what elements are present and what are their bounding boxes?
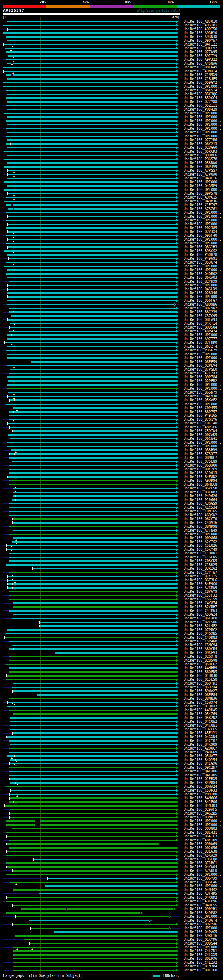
- alignment-bar[interactable]: [6, 143, 176, 145]
- alignment-bar[interactable]: [13, 538, 176, 539]
- hit-label[interactable]: UniRef100_Q2V3X4: [184, 230, 217, 234]
- hit-label[interactable]: UniRef100_A5DGZ4: [184, 612, 217, 616]
- alignment-bar[interactable]: [8, 55, 176, 57]
- alignment-bar[interactable]: [16, 916, 169, 918]
- hit-label[interactable]: UniRef100_A9PG15: [184, 196, 217, 199]
- hit-label[interactable]: UniRef100_Q4U6T4: [184, 918, 217, 922]
- alignment-bar[interactable]: [12, 828, 176, 829]
- hit-label[interactable]: UniRef100_C0NTG5: [184, 509, 217, 513]
- hit-label[interactable]: UniRef100_B4FI22: [184, 42, 217, 46]
- hit-label[interactable]: UniRef100_Q582N2: [184, 716, 217, 720]
- alignment-bar[interactable]: [6, 36, 176, 38]
- alignment-bar[interactable]: [10, 595, 176, 596]
- alignment-bar[interactable]: [6, 220, 176, 221]
- hit-label[interactable]: UniRef100_UPI000..: [184, 84, 221, 88]
- alignment-bar[interactable]: [10, 752, 176, 753]
- hit-label[interactable]: UniRef100_B4FVJ0: [184, 394, 217, 398]
- hit-label[interactable]: UniRef100_Q4FXU5: [184, 773, 217, 777]
- hit-label[interactable]: UniRef100_C5DIW4: [184, 429, 217, 433]
- alignment-bar[interactable]: [13, 530, 176, 531]
- alignment-bar[interactable]: [6, 90, 176, 91]
- hit-label[interactable]: UniRef100_C9SFQ8: [184, 857, 217, 861]
- hit-label[interactable]: UniRef100_B6HLC8: [184, 482, 217, 486]
- hit-label[interactable]: UniRef100_B4NJQ3: [184, 804, 217, 808]
- hit-label[interactable]: UniRef100_UPI000..: [184, 873, 221, 877]
- alignment-bar[interactable]: [9, 331, 176, 332]
- alignment-bar[interactable]: [10, 399, 176, 401]
- hit-label[interactable]: UniRef100_B0EPX6: [184, 957, 217, 961]
- alignment-bar[interactable]: [40, 622, 176, 623]
- hit-label[interactable]: UniRef100_UPI000..: [184, 218, 221, 222]
- hit-label[interactable]: UniRef100_B2YHX9: [184, 280, 217, 283]
- hit-label[interactable]: UniRef100_C0SCK5: [184, 559, 217, 563]
- hit-label[interactable]: UniRef100_UPI000..: [184, 211, 221, 215]
- alignment-bar[interactable]: [6, 75, 176, 76]
- hit-label[interactable]: UniRef100_A7SZ61: [184, 207, 217, 211]
- alignment-bar[interactable]: [9, 419, 176, 420]
- alignment-bar[interactable]: [10, 725, 176, 726]
- hit-label[interactable]: UniRef100_A8Y1U9: [184, 838, 217, 842]
- alignment-bar[interactable]: [4, 200, 176, 202]
- alignment-bar[interactable]: [10, 369, 176, 370]
- hit-label[interactable]: UniRef100_B4G2B5: [184, 811, 217, 815]
- alignment-bar[interactable]: [7, 629, 176, 631]
- alignment-bar[interactable]: [10, 526, 176, 527]
- alignment-bar[interactable]: [4, 266, 176, 267]
- hit-label[interactable]: UniRef100_Q28346: [184, 291, 217, 295]
- hit-label[interactable]: UniRef100_UPI000..: [184, 188, 221, 192]
- alignment-bar[interactable]: [10, 514, 176, 516]
- alignment-bar[interactable]: [13, 732, 176, 734]
- alignment-bar[interactable]: [10, 744, 176, 745]
- hit-label[interactable]: UniRef100_A8QCR4: [184, 647, 217, 651]
- hit-label[interactable]: UniRef100_UPI000..: [184, 819, 221, 823]
- alignment-bar[interactable]: [7, 155, 176, 156]
- alignment-bar[interactable]: [9, 771, 176, 772]
- hit-label[interactable]: UniRef100_UPI000..: [184, 915, 221, 918]
- hit-label[interactable]: UniRef100_Q1HQJ0: [184, 674, 217, 678]
- hit-label[interactable]: UniRef100_C1EI97: [184, 203, 217, 207]
- hit-label[interactable]: UniRef100_UPI000..: [184, 222, 221, 226]
- alignment-bar[interactable]: [10, 572, 176, 573]
- alignment-bar[interactable]: [55, 652, 176, 654]
- alignment-bar[interactable]: [13, 683, 176, 684]
- hit-label[interactable]: UniRef100_A4RHA5: [184, 708, 217, 712]
- hit-label[interactable]: UniRef100_B1N384: [184, 964, 217, 968]
- alignment-bar[interactable]: [4, 71, 176, 72]
- alignment-bar[interactable]: [4, 113, 176, 114]
- alignment-bar[interactable]: [6, 824, 176, 826]
- hit-label[interactable]: UniRef100_P49626: [184, 494, 217, 498]
- alignment-bar[interactable]: [12, 618, 176, 619]
- alignment-bar[interactable]: [8, 319, 176, 321]
- alignment-bar[interactable]: [10, 484, 176, 485]
- alignment-bar[interactable]: [7, 101, 176, 103]
- alignment-bar[interactable]: [6, 912, 140, 913]
- alignment-bar[interactable]: [4, 189, 176, 191]
- alignment-bar[interactable]: [7, 162, 176, 164]
- alignment-bar[interactable]: [11, 790, 176, 791]
- alignment-bar[interactable]: [7, 756, 176, 757]
- hit-label[interactable]: UniRef100_B0D5Q4: [184, 325, 217, 329]
- hit-label[interactable]: UniRef100_B0ETG0: [184, 968, 217, 972]
- alignment-bar[interactable]: [7, 388, 176, 389]
- alignment-bar[interactable]: [13, 966, 176, 967]
- hit-label[interactable]: UniRef100_Q1EBX5: [184, 777, 217, 781]
- hit-label[interactable]: UniRef100_Q58DW0: [184, 161, 217, 165]
- hit-label[interactable]: UniRef100_C0LTA0: [184, 422, 217, 425]
- alignment-bar[interactable]: [10, 748, 176, 749]
- alignment-bar[interactable]: [9, 373, 176, 374]
- hit-label[interactable]: UniRef100_B1Q0X3: [184, 704, 217, 708]
- hit-label[interactable]: UniRef100_C1BU25: [184, 563, 217, 566]
- hit-label[interactable]: UniRef100_P35679: [184, 348, 217, 352]
- hit-label[interactable]: UniRef100_A9RHY0: [184, 31, 217, 35]
- hit-label[interactable]: UniRef100_P09180: [184, 792, 217, 796]
- hit-label[interactable]: UniRef100_A1C534: [184, 506, 217, 509]
- hit-label[interactable]: UniRef100_C5LQ26: [184, 544, 217, 547]
- alignment-bar[interactable]: [13, 495, 176, 497]
- alignment-bar[interactable]: [37, 694, 176, 696]
- hit-label[interactable]: UniRef100_UPI000..: [184, 441, 221, 444]
- alignment-bar[interactable]: [6, 51, 176, 53]
- alignment-bar[interactable]: [8, 285, 176, 286]
- hit-label[interactable]: UniRef100_B9SGS2: [184, 249, 217, 253]
- alignment-bar[interactable]: [9, 469, 176, 470]
- alignment-bar[interactable]: [6, 897, 176, 898]
